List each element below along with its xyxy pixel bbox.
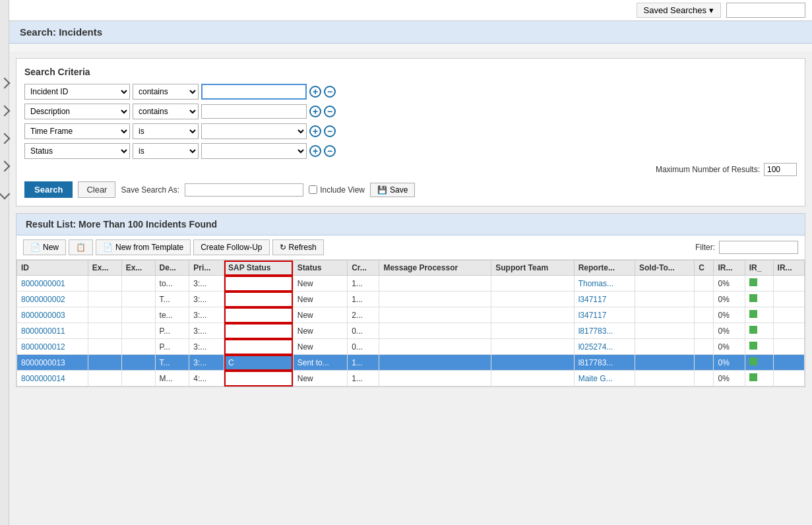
cell-msg-processor xyxy=(379,339,491,355)
cell-sold-to xyxy=(635,371,694,386)
field-select-2[interactable]: Description Incident ID Time Frame Statu… xyxy=(24,104,130,119)
table-row[interactable]: 8000000014M...4:...New1...Maite G...0% xyxy=(17,371,805,386)
table-row[interactable]: 8000000013T...3:...CSent to...1...l81778… xyxy=(17,355,805,371)
cell-pri: 3:... xyxy=(189,323,224,339)
cell-c xyxy=(695,371,714,386)
refresh-button[interactable]: ↻ Refresh xyxy=(272,239,324,255)
value-select-3[interactable] xyxy=(201,123,307,139)
include-view-label[interactable]: Include View xyxy=(309,185,365,195)
cell-reporter-link[interactable]: l347117 xyxy=(578,311,607,320)
cell-reporter-link[interactable]: Maite G... xyxy=(578,374,613,383)
cell-sap-status xyxy=(224,371,294,386)
toolbar-row: 📄 New 📋 📄 New from Template Create Follo… xyxy=(16,235,805,260)
table-row[interactable]: 8000000001to...3:...New1...Thomas...0% xyxy=(17,276,805,292)
table-row[interactable]: 8000000011P...3:...New0...l817783...0% xyxy=(17,323,805,339)
col-reporter[interactable]: Reporte... xyxy=(574,261,635,276)
col-cr[interactable]: Cr... xyxy=(348,261,379,276)
operator-select-2[interactable]: contains does not contain starts with xyxy=(133,104,199,119)
copy-button[interactable]: 📋 xyxy=(69,239,93,255)
col-ir3[interactable]: IR... xyxy=(773,261,804,276)
value-input-1[interactable] xyxy=(201,84,307,100)
col-ex2[interactable]: Ex... xyxy=(121,261,155,276)
cell-id: 8000000014 xyxy=(17,371,88,386)
table-row[interactable]: 8000000002T...3:...New1...l3471170% xyxy=(17,292,805,307)
nav-arrow-4[interactable] xyxy=(0,161,10,172)
green-status-indicator xyxy=(749,278,757,286)
cell-ir2 xyxy=(745,355,773,371)
nav-arrow-2[interactable] xyxy=(0,106,10,117)
cell-id-link[interactable]: 8000000002 xyxy=(21,295,65,304)
include-view-checkbox[interactable] xyxy=(309,185,317,194)
remove-criteria-2-icon[interactable]: − xyxy=(324,106,336,117)
value-select-4[interactable] xyxy=(201,143,307,159)
col-ir1[interactable]: IR... xyxy=(714,261,745,276)
col-ex1[interactable]: Ex... xyxy=(88,261,121,276)
new-from-template-button[interactable]: 📄 New from Template xyxy=(96,239,191,255)
cell-msg-processor xyxy=(379,276,491,292)
nav-arrow-3[interactable] xyxy=(0,133,10,144)
cell-id: 8000000011 xyxy=(17,323,88,339)
search-button[interactable]: Search xyxy=(24,181,73,198)
add-criteria-1-icon[interactable]: + xyxy=(309,86,321,98)
top-search-input[interactable] xyxy=(726,3,805,18)
nav-arrow-1[interactable] xyxy=(0,78,10,89)
col-sold-to[interactable]: Sold-To... xyxy=(635,261,694,276)
saved-searches-button[interactable]: Saved Searches ▾ xyxy=(637,3,721,18)
cell-sold-to xyxy=(635,276,694,292)
col-c[interactable]: C xyxy=(695,261,714,276)
col-id[interactable]: ID xyxy=(17,261,88,276)
cell-id-link[interactable]: 8000000003 xyxy=(21,311,65,320)
cell-reporter-link[interactable]: l025274... xyxy=(578,342,613,352)
col-status[interactable]: Status xyxy=(293,261,347,276)
nav-arrow-5[interactable] xyxy=(0,189,10,200)
operator-select-1[interactable]: contains does not contain starts with xyxy=(133,84,199,100)
cell-reporter-link[interactable]: l817783... xyxy=(578,358,613,367)
cell-msg-processor xyxy=(379,323,491,339)
value-input-2[interactable] xyxy=(201,104,307,119)
col-pri[interactable]: Pri... xyxy=(189,261,224,276)
col-de[interactable]: De... xyxy=(155,261,189,276)
cell-cr: 0... xyxy=(348,323,379,339)
new-document-icon: 📄 xyxy=(30,243,40,252)
col-support-team[interactable]: Support Team xyxy=(491,261,574,276)
add-criteria-4-icon[interactable]: + xyxy=(309,145,321,157)
save-button[interactable]: 💾 Save xyxy=(370,183,415,197)
cell-sap-status xyxy=(224,292,294,307)
cell-id-link[interactable]: 8000000014 xyxy=(21,374,65,383)
col-sap-status[interactable]: SAP Status xyxy=(224,261,294,276)
table-row[interactable]: 8000000012P...3:...New0...l025274...0% xyxy=(17,339,805,355)
operator-select-4[interactable]: is is not xyxy=(133,143,199,159)
cell-id-link[interactable]: 8000000001 xyxy=(21,279,65,288)
field-select-3[interactable]: Time Frame Incident ID Description Statu… xyxy=(24,123,130,139)
cell-de: M... xyxy=(155,371,189,386)
cell-reporter-link[interactable]: Thomas... xyxy=(578,279,613,288)
remove-criteria-4-icon[interactable]: − xyxy=(324,145,336,157)
cell-ex2 xyxy=(121,307,155,323)
cell-id-link[interactable]: 8000000012 xyxy=(21,342,65,352)
clear-button[interactable]: Clear xyxy=(78,181,115,198)
add-criteria-3-icon[interactable]: + xyxy=(309,125,321,137)
cell-pri: 3:... xyxy=(189,355,224,371)
filter-input[interactable] xyxy=(719,241,798,254)
cell-reporter-link[interactable]: l347117 xyxy=(578,295,607,304)
new-button[interactable]: 📄 New xyxy=(23,239,66,255)
save-search-input[interactable] xyxy=(185,183,303,197)
max-results-input[interactable] xyxy=(764,163,797,176)
refresh-icon: ↻ xyxy=(280,243,286,252)
remove-criteria-1-icon[interactable]: − xyxy=(324,86,336,98)
field-select-4[interactable]: Status Incident ID Description Time Fram… xyxy=(24,143,130,159)
table-row[interactable]: 8000000003te...3:...New2...l3471170% xyxy=(17,307,805,323)
cell-reporter-link[interactable]: l817783... xyxy=(578,326,613,336)
cell-id-link[interactable]: 8000000013 xyxy=(21,358,65,367)
remove-criteria-3-icon[interactable]: − xyxy=(324,125,336,137)
green-status-indicator xyxy=(749,326,757,334)
add-criteria-2-icon[interactable]: + xyxy=(309,106,321,117)
operator-select-3[interactable]: is is not xyxy=(133,123,199,139)
col-ir2[interactable]: IR_ xyxy=(745,261,773,276)
cell-reporter: l817783... xyxy=(574,355,635,371)
cell-id-link[interactable]: 8000000011 xyxy=(21,326,65,336)
create-followup-button[interactable]: Create Follow-Up xyxy=(193,239,269,255)
cell-ex2 xyxy=(121,276,155,292)
field-select-1[interactable]: Incident ID Description Time Frame Statu… xyxy=(24,84,130,100)
col-msg-processor[interactable]: Message Processor xyxy=(379,261,491,276)
